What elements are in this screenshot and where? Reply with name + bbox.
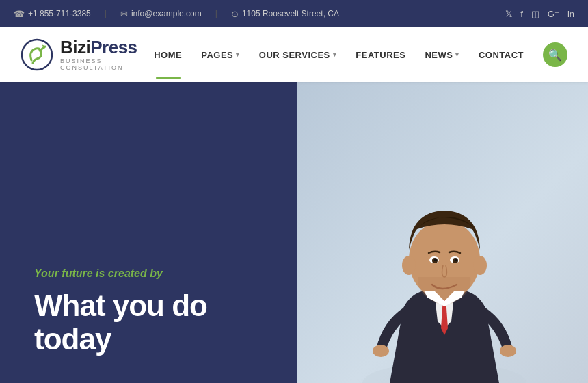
svg-point-11 [402, 256, 416, 275]
svg-point-0 [22, 40, 52, 70]
person-illustration [315, 96, 574, 383]
google-plus-icon[interactable]: G⁺ [548, 9, 559, 19]
logo-tagline: BUSINESS CONSULTATION [60, 58, 154, 72]
nav-item-features[interactable]: FEATURES [356, 50, 405, 60]
svg-point-9 [434, 259, 437, 261]
social-links: 𝕏 f ◫ G⁺ in [505, 9, 574, 19]
main-nav: HOME PAGES ▾ OUR SERVICES ▾ FEATURES NEW… [154, 42, 567, 67]
logo-name-part1: Bizi [60, 37, 90, 57]
svg-point-14 [500, 345, 516, 357]
nav-item-our-services[interactable]: OUR SERVICES ▾ [259, 50, 337, 60]
location-icon: ⊙ [231, 9, 239, 19]
hero-section: Your future is created by What you do to… [0, 82, 588, 383]
logo-icon [21, 38, 53, 71]
hero-content: Your future is created by What you do to… [0, 82, 297, 383]
chevron-down-icon: ▾ [236, 51, 240, 58]
email-icon: ✉ [120, 9, 128, 19]
header: BiziPress BUSINESS CONSULTATION HOME PAG… [0, 27, 588, 82]
nav-item-home[interactable]: HOME [154, 50, 182, 60]
address-item: ⊙ 1105 Roosevelt Street, CA [231, 9, 339, 19]
search-button[interactable]: 🔍 [543, 42, 567, 67]
top-bar: ☎ +1 855-711-3385 | ✉ info@example.com |… [0, 0, 588, 27]
hero-title: What you do today [34, 289, 263, 356]
address-text: 1105 Roosevelt Street, CA [242, 9, 339, 18]
logo: BiziPress BUSINESS CONSULTATION [21, 38, 154, 72]
nav-item-pages[interactable]: PAGES ▾ [201, 50, 240, 60]
phone-icon: ☎ [14, 9, 25, 19]
facebook-icon[interactable]: f [520, 9, 523, 19]
divider-2: | [215, 9, 217, 18]
chevron-down-icon: ▾ [333, 51, 337, 58]
hero-image [297, 82, 588, 383]
hero-tagline: Your future is created by [34, 267, 263, 280]
top-bar-contact-info: ☎ +1 855-711-3385 | ✉ info@example.com |… [14, 9, 339, 19]
nav-item-news[interactable]: NEWS ▾ [425, 50, 459, 60]
svg-point-12 [473, 256, 487, 275]
logo-text: BiziPress BUSINESS CONSULTATION [60, 38, 154, 72]
svg-point-10 [455, 259, 457, 261]
email-item: ✉ info@example.com [120, 9, 202, 19]
phone-item: ☎ +1 855-711-3385 [14, 9, 91, 19]
logo-name-part2: Press [90, 37, 137, 57]
search-icon: 🔍 [548, 49, 562, 62]
logo-name: BiziPress [60, 38, 154, 57]
linkedin-icon[interactable]: in [567, 9, 574, 19]
chevron-down-icon: ▾ [455, 51, 459, 58]
phone-number: +1 855-711-3385 [28, 9, 91, 18]
nav-item-contact[interactable]: CONTACT [479, 50, 524, 60]
svg-point-13 [373, 345, 389, 357]
instagram-icon[interactable]: ◫ [531, 9, 539, 19]
divider-1: | [105, 9, 107, 18]
email-address: info@example.com [131, 9, 202, 18]
twitter-icon[interactable]: 𝕏 [505, 9, 512, 19]
